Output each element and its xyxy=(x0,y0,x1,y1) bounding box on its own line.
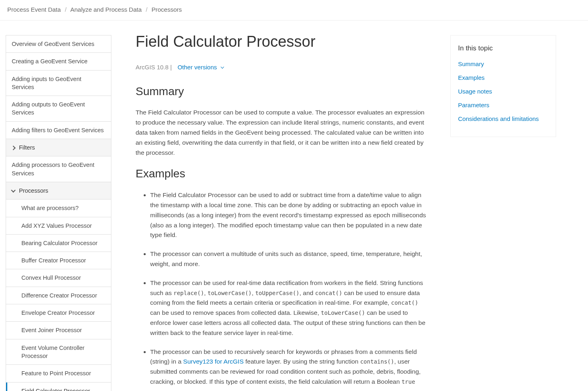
version-row: ArcGIS 10.8 | Other versions xyxy=(136,62,426,72)
example-item: The Field Calculator Processor can be us… xyxy=(150,190,426,240)
breadcrumb-sep: / xyxy=(146,6,147,13)
other-versions-label: Other versions xyxy=(178,64,217,71)
code: replace() xyxy=(174,290,204,296)
main-content: Field Calculator Processor ArcGIS 10.8 |… xyxy=(136,33,426,391)
breadcrumb-item[interactable]: Processors xyxy=(152,6,182,13)
sidebar-subitem[interactable]: Feature to Point Processor xyxy=(6,365,111,382)
sidebar-subitem[interactable]: What are processors? xyxy=(6,200,111,217)
example-item: The processor can be used for real-time … xyxy=(150,278,426,338)
survey123-link[interactable]: Survey123 for ArcGIS xyxy=(183,358,244,365)
sidebar-item[interactable]: Adding inputs to GeoEvent Services xyxy=(6,71,111,96)
sidebar-subitem-active[interactable]: Field Calculator Processor xyxy=(6,383,111,391)
sidebar-item[interactable]: Adding outputs to GeoEvent Services xyxy=(6,96,111,122)
code: concat() xyxy=(391,299,418,306)
example-item: The processor can convert a multitude of… xyxy=(150,249,426,269)
in-this-topic: In this topic Summary Examples Usage not… xyxy=(450,35,556,137)
other-versions-dropdown[interactable]: Other versions xyxy=(178,64,224,71)
chevron-right-icon xyxy=(11,146,15,150)
toc-link[interactable]: Examples xyxy=(458,73,548,83)
sidebar-item[interactable]: Overview of GeoEvent Services xyxy=(6,35,111,53)
sidebar-subitem[interactable]: Event Joiner Processor xyxy=(6,322,111,339)
sidebar-item[interactable]: Adding filters to GeoEvent Services xyxy=(6,122,111,139)
code: concat() xyxy=(315,290,342,296)
code: contains() xyxy=(360,358,394,365)
code: true xyxy=(402,379,415,385)
section-heading-summary: Summary xyxy=(136,83,426,101)
sidebar-group-processors[interactable]: Processors xyxy=(6,182,111,200)
summary-text: The Field Calculator Processor can be us… xyxy=(136,108,426,158)
sidebar-subitem[interactable]: Event Volume Controller Processor xyxy=(6,339,111,365)
sidebar-item-label: Processors xyxy=(19,187,48,195)
sidebar-subitem[interactable]: Difference Creator Processor xyxy=(6,287,111,304)
sidebar-subitem[interactable]: Add XYZ Values Processor xyxy=(6,217,111,235)
version-label: ArcGIS 10.8 xyxy=(136,64,169,71)
sidebar-item[interactable]: Adding processors to GeoEvent Services xyxy=(6,156,111,182)
toc-link[interactable]: Considerations and limitations xyxy=(458,114,548,124)
sidebar-subitem[interactable]: Envelope Creator Processor xyxy=(6,304,111,322)
chevron-down-icon xyxy=(11,188,15,192)
code: toUpperCase() xyxy=(255,290,299,296)
sidebar-item[interactable]: Creating a GeoEvent Service xyxy=(6,53,111,70)
sidebar-subitem[interactable]: Buffer Creator Processor xyxy=(6,252,111,269)
examples-list: The Field Calculator Processor can be us… xyxy=(136,190,426,387)
sidebar-subitem[interactable]: Convex Hull Processor xyxy=(6,269,111,287)
toc-link[interactable]: Parameters xyxy=(458,100,548,110)
toc-heading: In this topic xyxy=(458,43,548,54)
page-title: Field Calculator Processor xyxy=(136,33,426,51)
code: toLowerCase() xyxy=(321,310,365,316)
breadcrumb-sep: / xyxy=(65,6,67,13)
example-item: The processor can be used to recursively… xyxy=(150,347,426,387)
breadcrumb-item[interactable]: Process Event Data xyxy=(7,6,61,13)
sidebar-item-label: Filters xyxy=(19,144,35,152)
toc-link[interactable]: Summary xyxy=(458,59,548,69)
sidebar-subitem[interactable]: Bearing Calculator Processor xyxy=(6,235,111,252)
sidebar: Overview of GeoEvent Services Creating a… xyxy=(6,35,111,391)
section-heading-examples: Examples xyxy=(136,165,426,183)
toc-link[interactable]: Usage notes xyxy=(458,87,548,96)
code: toLowerCase() xyxy=(207,290,252,296)
breadcrumb-item[interactable]: Analyze and Process Data xyxy=(70,6,142,13)
chevron-down-icon xyxy=(220,65,224,68)
sidebar-group-filters[interactable]: Filters xyxy=(6,139,111,156)
breadcrumb: Process Event Data / Analyze and Process… xyxy=(0,0,588,21)
